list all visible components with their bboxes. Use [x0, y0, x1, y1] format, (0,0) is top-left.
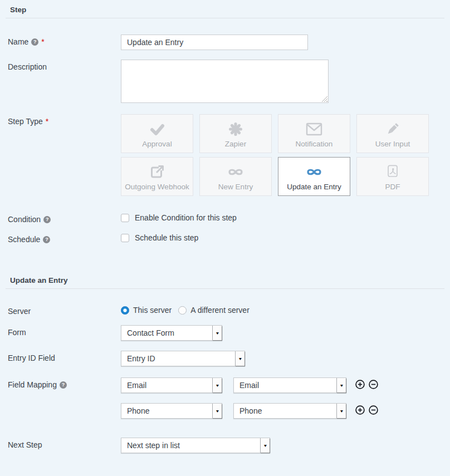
- server-label: Server: [8, 304, 121, 316]
- step-type-tile-label: Approval: [142, 140, 172, 148]
- different-server-radio[interactable]: [178, 306, 187, 315]
- next-step-label: Next Step: [8, 438, 121, 449]
- next-step-row: Next Step Next step in list: [0, 438, 450, 453]
- schedule-checkbox-label[interactable]: Schedule this step: [135, 233, 198, 242]
- condition-checkbox[interactable]: [121, 214, 129, 222]
- entry-id-field-row: Entry ID Field Entry ID: [0, 351, 450, 366]
- entry-id-field-select[interactable]: Entry ID: [121, 351, 245, 366]
- pdf-icon: [384, 162, 401, 182]
- step-type-tile-notification[interactable]: Notification: [278, 114, 350, 153]
- pencil-icon: [384, 119, 401, 139]
- step-type-tile-label: PDF: [385, 183, 400, 191]
- check-icon: [148, 119, 166, 139]
- mapping-source-select[interactable]: Email: [121, 377, 222, 393]
- description-textarea[interactable]: [121, 60, 328, 102]
- step-type-tile-label: Zapier: [225, 140, 246, 148]
- required-asterisk: *: [46, 117, 48, 126]
- schedule-row: Schedule Schedule this step: [0, 232, 450, 244]
- step-type-tile-outgoing-webhook[interactable]: Outgoing Webhook: [121, 157, 193, 196]
- mapping-source-select[interactable]: Phone: [121, 403, 222, 419]
- question-icon[interactable]: [43, 236, 50, 243]
- step-type-label: Step Type *: [8, 114, 121, 126]
- step-type-tile-zapier[interactable]: Zapier: [199, 114, 272, 153]
- step-type-tile-label: Notification: [296, 140, 333, 148]
- form-select[interactable]: Contact Form: [121, 325, 222, 341]
- form-label: Form: [8, 325, 121, 337]
- description-row: Description: [0, 60, 450, 103]
- field-mapping-pair-row: PhonePhone: [121, 403, 379, 419]
- description-label: Description: [8, 60, 121, 71]
- asterisk-icon: [227, 119, 244, 139]
- step-type-tile-label: Update an Entry: [287, 183, 341, 191]
- chevron-down-icon[interactable]: [212, 378, 222, 392]
- step-type-row: Step Type * ApprovalZapierNotificationUs…: [0, 114, 450, 200]
- infinity-icon: [304, 162, 324, 182]
- remove-icon[interactable]: [368, 379, 379, 390]
- this-server-radio[interactable]: [121, 306, 129, 315]
- schedule-label: Schedule: [8, 232, 121, 244]
- external-link-icon: [148, 162, 166, 182]
- step-type-tile-update-an-entry[interactable]: Update an Entry: [278, 157, 350, 196]
- name-row: Name *: [0, 35, 450, 50]
- description-textarea-wrap: [121, 60, 329, 103]
- step-type-tile-user-input[interactable]: User Input: [356, 114, 429, 153]
- form-row: Form Contact Form: [0, 325, 450, 341]
- condition-label: Condition: [8, 212, 121, 224]
- mapping-target-select[interactable]: Email: [233, 377, 346, 393]
- step-type-tile-label: New Entry: [218, 183, 253, 191]
- this-server-radio-label[interactable]: This server: [133, 306, 172, 315]
- condition-row: Condition Enable Condition for this step: [0, 212, 450, 224]
- required-asterisk: *: [41, 37, 44, 46]
- field-mapping-rows: EmailEmailPhonePhone: [121, 377, 379, 419]
- field-mapping-label: Field Mapping: [8, 377, 121, 389]
- chevron-down-icon[interactable]: [260, 438, 270, 453]
- condition-checkbox-label[interactable]: Enable Condition for this step: [135, 213, 237, 222]
- chevron-down-icon[interactable]: [336, 378, 346, 392]
- name-input[interactable]: [121, 35, 308, 50]
- question-icon[interactable]: [31, 38, 38, 46]
- field-mapping-row: Field Mapping EmailEmailPhonePhone: [0, 377, 450, 419]
- question-icon[interactable]: [43, 216, 51, 223]
- step-section-heading: Step: [6, 0, 444, 18]
- chevron-down-icon[interactable]: [336, 404, 346, 418]
- mapping-target-select[interactable]: Phone: [233, 403, 346, 419]
- update-entry-section-heading: Update an Entry: [6, 276, 444, 289]
- step-type-tile-label: User Input: [375, 140, 410, 148]
- entry-id-field-label: Entry ID Field: [8, 351, 121, 362]
- remove-icon[interactable]: [368, 405, 379, 415]
- next-step-select[interactable]: Next step in list: [121, 438, 270, 453]
- envelope-icon: [305, 119, 323, 139]
- step-settings-page: Step Name * Description Step Type * Appr…: [0, 0, 450, 476]
- step-type-tile-approval[interactable]: Approval: [121, 114, 193, 153]
- field-mapping-pair-row: EmailEmail: [121, 377, 379, 393]
- add-icon[interactable]: [355, 405, 365, 415]
- chevron-down-icon[interactable]: [212, 326, 222, 340]
- different-server-radio-label[interactable]: A different server: [190, 306, 250, 315]
- infinity-icon: [226, 162, 246, 182]
- server-row: Server This server A different server: [0, 304, 450, 316]
- schedule-checkbox[interactable]: [121, 234, 129, 242]
- name-label: Name *: [8, 35, 121, 46]
- add-icon[interactable]: [355, 379, 365, 390]
- question-icon[interactable]: [60, 381, 67, 389]
- chevron-down-icon[interactable]: [235, 351, 244, 366]
- chevron-down-icon[interactable]: [212, 404, 222, 418]
- step-type-grid: ApprovalZapierNotificationUser InputOutg…: [121, 114, 441, 200]
- step-type-tile-pdf[interactable]: PDF: [356, 157, 429, 196]
- step-type-tile-label: Outgoing Webhook: [125, 183, 189, 191]
- step-type-tile-new-entry[interactable]: New Entry: [199, 157, 272, 196]
